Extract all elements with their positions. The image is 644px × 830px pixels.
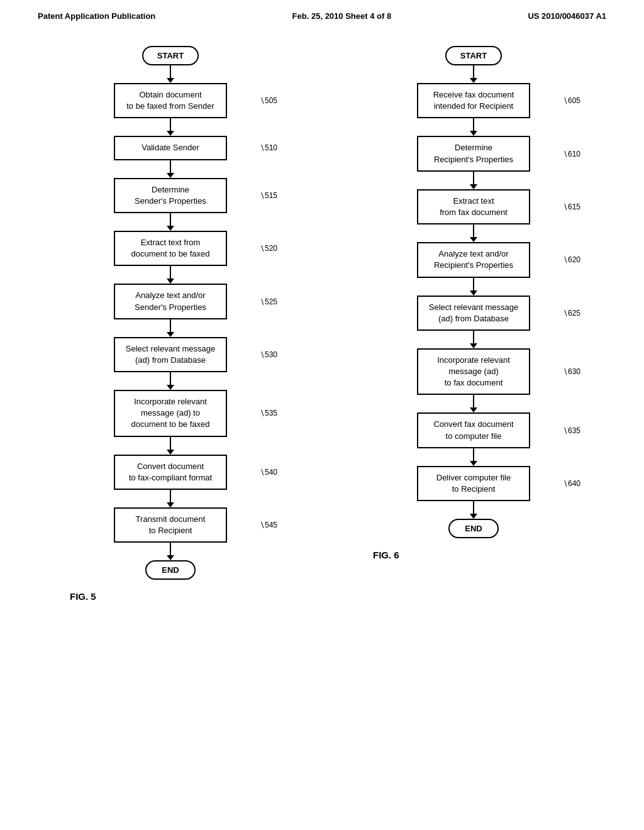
arrow6-2: [470, 118, 477, 136]
node-535: Incorporate relevantmessage (ad) todocum…: [51, 390, 290, 437]
label-520: ∖520: [260, 244, 277, 253]
label-540: ∖540: [260, 468, 277, 477]
rect-535: Incorporate relevantmessage (ad) todocum…: [114, 390, 227, 437]
rect-635: Convert fax documentto computer file: [417, 412, 530, 448]
label-605: ∖605: [563, 96, 580, 105]
rect-525: Analyze text and/orSender's Properties: [114, 284, 227, 319]
label-620: ∖620: [563, 255, 580, 264]
oval-start5: START: [142, 46, 199, 65]
label-525: ∖525: [260, 297, 277, 306]
arrow6-9: [470, 501, 477, 519]
label-625: ∖625: [563, 309, 580, 318]
arrow-3: [167, 160, 174, 178]
node-525: Analyze text and/orSender's Properties ∖…: [51, 284, 290, 319]
arrow-5: [167, 266, 174, 284]
rect-620: Analyze text and/orRecipient's Propertie…: [417, 242, 530, 277]
node-510: Validate Sender ∖510: [51, 136, 290, 160]
node-605: Receive fax documentintended for Recipie…: [354, 83, 593, 118]
arrow6-6: [470, 331, 477, 348]
arrow6-7: [470, 395, 477, 412]
rect-610: DetermineRecipient's Properties: [417, 136, 530, 171]
arrow6-3: [470, 172, 477, 189]
arrow-2: [167, 118, 174, 136]
arrow-9: [167, 490, 174, 507]
rect-530: Select relevant message(ad) from Databas…: [114, 337, 227, 372]
node-end5: END: [51, 560, 290, 580]
label-530: ∖530: [260, 350, 277, 359]
node-540: Convert documentto fax-compliant format …: [51, 455, 290, 490]
label-535: ∖535: [260, 409, 277, 418]
arrow-6: [167, 319, 174, 337]
label-515: ∖515: [260, 191, 277, 200]
rect-615: Extract textfrom fax document: [417, 189, 530, 224]
flowchart-fig5: START Obtain documentto be faxed from Se…: [51, 46, 290, 602]
arrow-4: [167, 213, 174, 231]
arrow6-5: [470, 278, 477, 296]
node-start6: START: [354, 46, 593, 65]
label-635: ∖635: [563, 426, 580, 435]
arrow6-8: [470, 448, 477, 466]
label-615: ∖615: [563, 202, 580, 211]
flowchart-fig5-body: START Obtain documentto be faxed from Se…: [51, 46, 290, 580]
node-530: Select relevant message(ad) from Databas…: [51, 337, 290, 372]
label-630: ∖630: [563, 367, 580, 376]
oval-start6: START: [445, 46, 502, 65]
arrow-8: [167, 437, 174, 455]
arrow-1: [167, 65, 174, 83]
node-end6: END: [354, 519, 593, 538]
label-505: ∖505: [260, 96, 277, 105]
label-640: ∖640: [563, 479, 580, 488]
node-640: Deliver computer fileto Recipient ∖640: [354, 466, 593, 501]
rect-540: Convert documentto fax-compliant format: [114, 455, 227, 490]
node-515: DetermineSender's Properties ∖515: [51, 178, 290, 213]
node-505: Obtain documentto be faxed from Sender ∖…: [51, 83, 290, 118]
node-545: Transmit documentto Recipient ∖545: [51, 507, 290, 543]
label-610: ∖610: [563, 150, 580, 158]
rect-545: Transmit documentto Recipient: [114, 507, 227, 543]
label-545: ∖545: [260, 521, 277, 529]
header-right: US 2010/0046037 A1: [528, 11, 606, 21]
rect-515: DetermineSender's Properties: [114, 178, 227, 213]
node-625: Select relevant message(ad) from Databas…: [354, 296, 593, 331]
oval-end5: END: [145, 560, 196, 580]
rect-630: Incorporate relevantmessage (ad)to fax d…: [417, 348, 530, 396]
rect-640: Deliver computer fileto Recipient: [417, 466, 530, 501]
main-content: START Obtain documentto be faxed from Se…: [0, 27, 644, 614]
flowchart-fig6: START Receive fax documentintended for R…: [354, 46, 593, 602]
flowchart-fig6-body: START Receive fax documentintended for R…: [354, 46, 593, 538]
header-left: Patent Application Publication: [38, 11, 155, 21]
rect-505: Obtain documentto be faxed from Sender: [114, 83, 227, 118]
fig6-label: FIG. 6: [373, 550, 399, 560]
rect-625: Select relevant message(ad) from Databas…: [417, 296, 530, 331]
header-center: Feb. 25, 2010 Sheet 4 of 8: [292, 11, 392, 21]
label-510: ∖510: [260, 143, 277, 152]
oval-end6: END: [448, 519, 499, 538]
arrow-10: [167, 543, 174, 560]
node-start5: START: [51, 46, 290, 65]
rect-605: Receive fax documentintended for Recipie…: [417, 83, 530, 118]
node-635: Convert fax documentto computer file ∖63…: [354, 412, 593, 448]
node-520: Extract text fromdocument to be faxed ∖5…: [51, 231, 290, 266]
node-615: Extract textfrom fax document ∖615: [354, 189, 593, 224]
rect-510: Validate Sender: [114, 136, 227, 160]
node-620: Analyze text and/orRecipient's Propertie…: [354, 242, 593, 277]
arrow-7: [167, 372, 174, 390]
node-610: DetermineRecipient's Properties ∖610: [354, 136, 593, 171]
arrow6-1: [470, 65, 477, 83]
fig5-label: FIG. 5: [70, 591, 96, 602]
node-630: Incorporate relevantmessage (ad)to fax d…: [354, 348, 593, 396]
arrow6-4: [470, 224, 477, 242]
page-header: Patent Application Publication Feb. 25, …: [0, 0, 644, 27]
rect-520: Extract text fromdocument to be faxed: [114, 231, 227, 266]
